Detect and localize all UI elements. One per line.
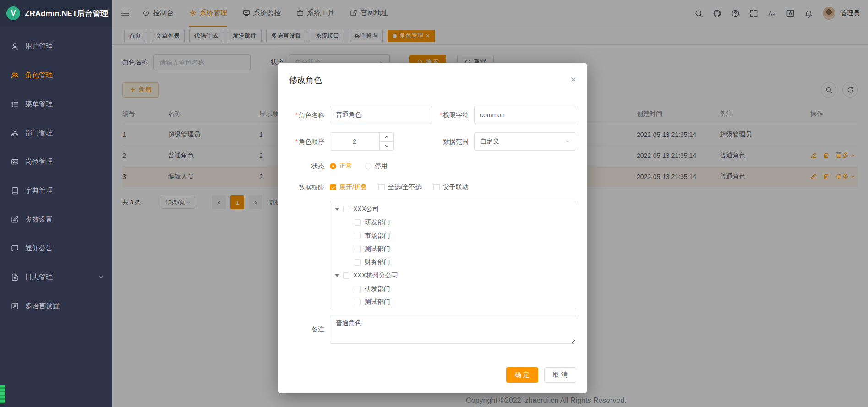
app-title: ZRAdmin.NET后台管理	[25, 8, 108, 19]
dialog-title: 修改角色	[289, 75, 322, 86]
checkbox-label: 父子联动	[443, 183, 469, 191]
required-asterisk: *	[295, 111, 298, 119]
checkbox-box	[378, 184, 385, 190]
cancel-button[interactable]: 取 消	[544, 367, 576, 383]
tree-node-dept[interactable]: 测试部门	[330, 242, 576, 255]
data-scope-value: 自定义	[480, 137, 499, 146]
logo-icon: V	[6, 6, 20, 20]
sidebar-item-label: 通知公告	[25, 244, 53, 253]
role-key-field[interactable]	[474, 106, 576, 124]
sidebar-item-label: 部门管理	[25, 129, 53, 137]
sidebar-item-label: 用户管理	[25, 42, 53, 51]
chevron-up-icon	[384, 135, 389, 139]
checkbox-label: 全选/全不选	[388, 183, 422, 191]
tree-checkbox[interactable]	[343, 206, 349, 212]
chevron-down-icon	[565, 139, 570, 144]
corner-widget	[0, 385, 5, 403]
radio-dot	[365, 163, 371, 169]
sidebar-item-label: 多语言设置	[25, 302, 60, 310]
tree-node-company[interactable]: XXX公司	[330, 202, 576, 216]
sidebar-item-posts[interactable]: 岗位管理	[0, 147, 112, 176]
tree-node-label: 研发部门	[365, 218, 390, 227]
tree-node-dept[interactable]: 财务部门	[330, 255, 576, 269]
close-icon[interactable]: ×	[570, 75, 576, 85]
sidebar-item-params[interactable]: 参数设置	[0, 205, 112, 234]
confirm-button[interactable]: 确 定	[506, 367, 538, 383]
sidebar-item-roles[interactable]: 角色管理	[0, 61, 112, 90]
user-icon	[11, 43, 19, 50]
document-icon	[11, 273, 19, 281]
tree-checkbox[interactable]	[355, 233, 361, 239]
tree-node-dept[interactable]: 市场部门	[330, 229, 576, 242]
data-perm-label: 数据权限	[289, 180, 330, 195]
sidebar-item-label: 日志管理	[25, 273, 53, 282]
tree-node-label: 研发部门	[365, 285, 390, 293]
stepper-down-button[interactable]	[380, 142, 393, 151]
tree-node-label: 财务部门	[365, 258, 390, 266]
tree-checkbox[interactable]	[355, 299, 361, 305]
sidebar-item-label: 角色管理	[25, 71, 53, 80]
tree-node-label: XXX杭州分公司	[353, 271, 398, 280]
translate-icon	[11, 302, 19, 310]
status-field-label: 状态	[289, 159, 330, 174]
role-name-field[interactable]	[330, 106, 432, 124]
expand-collapse-checkbox[interactable]: 展开/折叠	[330, 183, 367, 191]
parent-child-link-checkbox[interactable]: 父子联动	[433, 183, 469, 191]
chevron-down-icon	[384, 144, 389, 148]
data-scope-select[interactable]: 自定义	[474, 132, 576, 151]
status-radio-normal[interactable]: 正常	[330, 162, 352, 170]
radio-label: 停用	[375, 162, 388, 170]
book-icon	[11, 187, 19, 195]
caret-down-icon[interactable]	[335, 274, 339, 277]
sidebar-item-users[interactable]: 用户管理	[0, 32, 112, 61]
sidebar-item-label: 字典管理	[25, 186, 53, 195]
sidebar-item-logs[interactable]: 日志管理	[0, 263, 112, 292]
tree-checkbox[interactable]	[343, 272, 349, 279]
stepper-up-button[interactable]	[380, 133, 393, 142]
sidebar-item-label: 参数设置	[25, 215, 53, 224]
app-logo: V ZRAdmin.NET后台管理	[0, 0, 112, 27]
radio-label: 正常	[339, 162, 352, 170]
remark-label: 备注	[289, 326, 330, 334]
edit-square-icon	[11, 216, 19, 223]
sidebar-item-departments[interactable]: 部门管理	[0, 119, 112, 147]
remark-textarea[interactable]: 普通角色	[330, 315, 576, 344]
sidebar-item-dicts[interactable]: 字典管理	[0, 176, 112, 205]
chevron-down-icon	[98, 274, 104, 280]
permission-tree: XXX公司 研发部门 市场部门 测试部门 财务部门 XXX杭州分公司	[330, 201, 576, 309]
tree-node-label: 市场部门	[365, 232, 390, 240]
tree-checkbox[interactable]	[355, 259, 361, 266]
sidebar-item-label: 岗位管理	[25, 157, 53, 166]
data-scope-label: 数据范围	[443, 132, 474, 151]
tree-node-dept[interactable]: 研发部门	[330, 282, 576, 295]
sidebar-item-notices[interactable]: 通知公告	[0, 234, 112, 263]
sidebar-item-label: 菜单管理	[25, 100, 53, 109]
role-key-label: *权限字符	[440, 106, 474, 124]
sidebar-item-menus[interactable]: 菜单管理	[0, 90, 112, 119]
sidebar-menu: 用户管理 角色管理 菜单管理 部门管理 岗位管理 字典管理 参数设置 通知公告	[0, 27, 112, 320]
tree-checkbox[interactable]	[355, 286, 361, 292]
tree-node-label: 测试部门	[365, 245, 390, 253]
select-all-checkbox[interactable]: 全选/全不选	[378, 183, 422, 191]
checkbox-label: 展开/折叠	[339, 183, 367, 191]
caret-down-icon[interactable]	[335, 208, 339, 211]
message-icon	[11, 244, 19, 252]
tree-node-label: XXX公司	[353, 205, 379, 213]
radio-dot	[330, 163, 336, 169]
tree-checkbox[interactable]	[355, 219, 361, 226]
badge-icon	[11, 158, 19, 166]
status-radio-disabled[interactable]: 停用	[365, 162, 388, 170]
tree-node-branch[interactable]: XXX杭州分公司	[330, 269, 576, 282]
tree-node-dept[interactable]: 研发部门	[330, 216, 576, 229]
tree-node-dept[interactable]: 测试部门	[330, 295, 576, 309]
tree-node-label: 测试部门	[365, 298, 390, 306]
required-asterisk: *	[295, 138, 298, 145]
org-tree-icon	[11, 129, 19, 137]
role-sort-stepper	[330, 132, 394, 151]
edit-role-dialog: 修改角色 × *角色名称 *权限字符 *角色顺序	[278, 63, 587, 393]
checkbox-box	[330, 184, 336, 190]
users-icon	[11, 71, 19, 79]
tree-checkbox[interactable]	[355, 246, 361, 252]
sidebar-item-i18n[interactable]: 多语言设置	[0, 292, 112, 320]
list-icon	[11, 100, 19, 108]
